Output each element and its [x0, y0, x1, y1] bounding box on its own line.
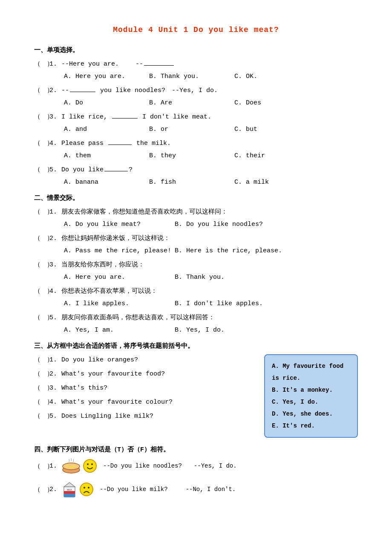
svg-point-3: [87, 463, 89, 465]
s4-q1-images: [61, 458, 97, 474]
svg-point-4: [91, 463, 93, 465]
section3-header: 三、从方框中选出合适的答语，将序号填在题前括号中。: [34, 342, 358, 350]
page-title: Module 4 Unit 1 Do you like meat?: [34, 26, 358, 34]
section2-header: 二、情景交际。: [34, 194, 358, 202]
question-s3-3: （ ） 3. What's this?: [34, 382, 256, 394]
noodle-bowl-icon: [61, 458, 81, 474]
svg-rect-7: [64, 491, 75, 494]
question-s4-2: （ ） 2. MILK --Do you like milk? --No, I …: [34, 481, 358, 498]
svg-rect-10: [64, 494, 75, 497]
question-s2-4: （ ） 4. 你想表达你不喜欢苹果，可以说： A. I like apples.…: [34, 286, 358, 309]
question-s1-1: （ ） 1. --Here you are. -- A. Here you ar…: [34, 58, 358, 82]
svg-text:MILK: MILK: [67, 489, 72, 491]
svg-marker-6: [64, 483, 75, 487]
svg-point-2: [84, 460, 96, 472]
question-s1-2: （ ） 2. -- you like noodles? --Yes, I do.…: [34, 85, 358, 109]
answer-box: A. My favourite food is rice. B. It's a …: [264, 354, 358, 438]
section4-header: 四、判断下列图片与对话是（T）否（F）相符。: [34, 445, 358, 454]
question-s3-2: （ ） 2. What's your favourite food?: [34, 368, 256, 380]
svg-point-11: [80, 483, 93, 496]
question-s1-3: （ ） 3. I like rice, I don't like meat. A…: [34, 111, 358, 135]
question-s3-4: （ ） 4. What's your favourite colour?: [34, 396, 256, 408]
svg-point-13: [88, 487, 89, 489]
sad-face-icon: [79, 482, 94, 497]
question-s4-1: （ ） 1. --Do you like noodles? --Yes, I d…: [34, 458, 358, 474]
question-s3-1: （ ） 1. Do you like oranges?: [34, 354, 256, 366]
s4-q2-images: MILK: [61, 481, 94, 498]
section3-layout: （ ） 1. Do you like oranges? （ ） 2. What'…: [34, 354, 358, 438]
question-s2-5: （ ） 5. 朋友问你喜欢面条吗，你想表达喜欢，可以这样回答： A. Yes, …: [34, 312, 358, 336]
question-s2-2: （ ） 2. 你想让妈妈帮你递米饭，可以这样说： A. Pass me the …: [34, 233, 358, 257]
section3-questions: （ ） 1. Do you like oranges? （ ） 2. What'…: [34, 354, 256, 425]
question-s2-3: （ ） 3. 当朋友给你东西时，你应说： A. Here you are. B.…: [34, 259, 358, 283]
question-s1-5: （ ） 5. Do you like? A. banana B. fish C.…: [34, 164, 358, 188]
happy-face-icon: [83, 459, 97, 473]
question-s2-1: （ ） 1. 朋友去你家做客，你想知道他是否喜欢吃肉，可以这样问： A. Do …: [34, 206, 358, 230]
question-s1-4: （ ） 4. Please pass the milk. A. them B. …: [34, 138, 358, 162]
section1-header: 一、单项选择。: [34, 46, 358, 54]
svg-point-12: [84, 487, 85, 489]
answer-paren: （ ）: [34, 58, 49, 70]
question-s3-5: （ ） 5. Does Lingling like milk?: [34, 410, 256, 422]
milk-carton-icon: MILK: [61, 481, 78, 498]
svg-point-1: [63, 463, 80, 470]
